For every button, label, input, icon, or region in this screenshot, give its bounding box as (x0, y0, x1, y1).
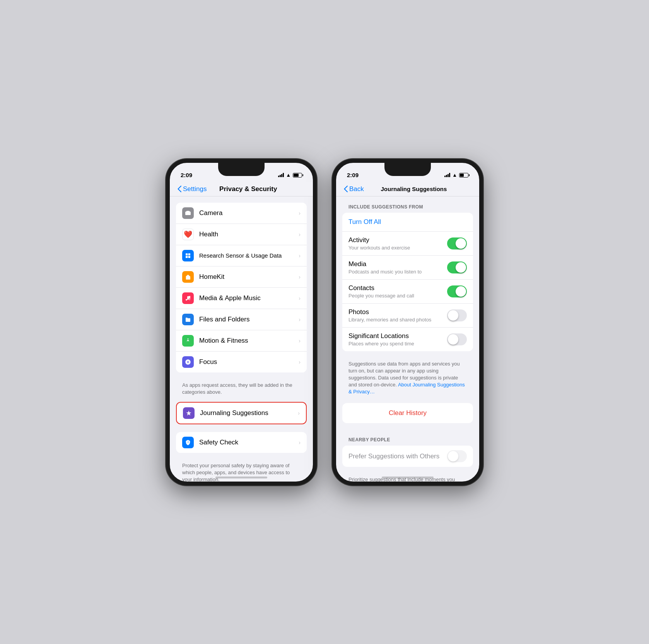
camera-icon (182, 207, 194, 219)
nearby-group: Prefer Suggestions with Others (342, 446, 473, 467)
motion-icon (182, 335, 194, 347)
list-item-motion[interactable]: Motion & Fitness › (176, 330, 307, 352)
notch (218, 163, 265, 176)
photos-title: Photos (348, 308, 447, 316)
list-item-homekit[interactable]: HomeKit › (176, 266, 307, 288)
chevron-icon: › (299, 253, 301, 259)
toggle-row-significant: Significant Locations Places where you s… (342, 328, 473, 351)
prefer-text: Prefer Suggestions with Others (348, 453, 447, 460)
toggle-row-photos: Photos Library, memories and shared phot… (342, 304, 473, 328)
chevron-icon: › (299, 274, 301, 280)
prefer-title: Prefer Suggestions with Others (348, 453, 447, 460)
home-indicator-right (382, 477, 434, 478)
list-item-safety[interactable]: Safety Check › (176, 432, 307, 453)
clear-history-item[interactable]: Clear History (342, 403, 473, 423)
safety-icon (182, 437, 194, 448)
svg-point-5 (188, 442, 189, 442)
toggle-row-media: Media Podcasts and music you listen to (342, 256, 473, 280)
left-screen: Settings Privacy & Security Camera › ❤️ … (170, 182, 313, 482)
back-label-right: Back (349, 185, 364, 193)
activity-subtitle: Your workouts and exercise (348, 245, 447, 251)
battery-icon (293, 173, 302, 178)
back-label-left: Settings (183, 185, 207, 193)
turn-off-all-label: Turn Off All (348, 218, 381, 226)
contacts-subtitle: People you message and call (348, 293, 447, 299)
toggle-row-prefer: Prefer Suggestions with Others (342, 446, 473, 467)
contacts-toggle[interactable] (447, 285, 467, 297)
chevron-icon: › (299, 338, 301, 344)
left-phone: 2:09 ▲ Settings Privacy & Security (166, 159, 317, 485)
chevron-icon: › (299, 231, 301, 237)
privacy-link[interactable]: About Journaling Suggestions & Privacy… (348, 382, 465, 395)
back-button-left[interactable]: Settings (178, 185, 207, 193)
toggles-group: Turn Off All Activity Your workouts and … (342, 213, 473, 351)
list-item-journaling[interactable]: Journaling Suggestions › (177, 403, 306, 424)
list-item-camera[interactable]: Camera › (176, 203, 307, 224)
files-label: Files and Folders (199, 316, 299, 323)
svg-point-4 (188, 338, 189, 340)
files-icon (182, 314, 194, 325)
contacts-title: Contacts (348, 284, 447, 292)
right-screen: Back Journaling Suggestions INCLUDE SUGG… (336, 182, 479, 482)
main-list-group: Camera › ❤️ Health › Research Sensor & U… (176, 203, 307, 372)
media-label: Media & Apple Music (199, 294, 299, 302)
homekit-icon (182, 271, 194, 283)
significant-toggle[interactable] (447, 333, 467, 345)
nav-header-right: Back Journaling Suggestions (336, 182, 479, 196)
camera-label: Camera (199, 209, 299, 217)
chevron-icon: › (298, 410, 300, 416)
toggle-row-contacts: Contacts People you message and call (342, 280, 473, 304)
home-indicator (215, 477, 267, 478)
photos-toggle[interactable] (447, 309, 467, 321)
turn-off-all-item[interactable]: Turn Off All (342, 213, 473, 232)
back-button-right[interactable]: Back (344, 185, 364, 193)
status-icons-right: ▲ (444, 172, 468, 178)
research-icon (182, 250, 194, 261)
activity-toggle[interactable] (447, 237, 467, 249)
chevron-icon: › (299, 210, 301, 216)
nav-header-left: Settings Privacy & Security (170, 182, 313, 196)
list-item-media[interactable]: Media & Apple Music › (176, 288, 307, 309)
photos-text: Photos Library, memories and shared phot… (348, 308, 447, 323)
privacy-note: Suggestions use data from apps and servi… (336, 357, 479, 397)
photos-subtitle: Library, memories and shared photos (348, 317, 447, 323)
toggle-row-activity: Activity Your workouts and exercise (342, 232, 473, 256)
focus-label: Focus (199, 358, 299, 366)
chevron-icon: › (299, 316, 301, 323)
signal-icon-right (444, 173, 450, 177)
significant-text: Significant Locations Places where you s… (348, 332, 447, 347)
list-item-focus[interactable]: Focus › (176, 352, 307, 372)
notch (384, 163, 431, 176)
focus-icon (182, 356, 194, 368)
safety-group: Safety Check › (176, 432, 307, 453)
battery-icon-right (459, 173, 468, 178)
motion-label: Motion & Fitness (199, 337, 299, 345)
safety-label: Safety Check (199, 439, 299, 446)
activity-title: Activity (348, 236, 447, 244)
prefer-toggle[interactable] (447, 450, 467, 462)
health-icon: ❤️ (182, 229, 194, 240)
contacts-text: Contacts People you message and call (348, 284, 447, 299)
time-right: 2:09 (347, 172, 359, 178)
list-footer: As apps request access, they will be add… (170, 379, 313, 397)
health-label: Health (199, 231, 299, 238)
journaling-label: Journaling Suggestions (200, 409, 298, 417)
page-title-right: Journaling Suggestions (364, 186, 464, 192)
list-item-health[interactable]: ❤️ Health › (176, 224, 307, 245)
homekit-label: HomeKit (199, 273, 299, 281)
journaling-item-highlighted[interactable]: Journaling Suggestions › (176, 402, 307, 424)
media-toggle[interactable] (447, 261, 467, 273)
media-subtitle: Podcasts and music you listen to (348, 269, 447, 275)
nearby-header: NEARBY PEOPLE (336, 429, 479, 446)
media-title: Media (348, 260, 447, 268)
chevron-icon: › (299, 359, 301, 365)
list-item-research[interactable]: Research Sensor & Usage Data › (176, 245, 307, 266)
svg-rect-3 (188, 256, 190, 258)
activity-text: Activity Your workouts and exercise (348, 236, 447, 251)
time-left: 2:09 (181, 172, 192, 178)
media-text: Media Podcasts and music you listen to (348, 260, 447, 275)
list-item-files[interactable]: Files and Folders › (176, 309, 307, 330)
page-title-left: Privacy & Security (207, 185, 290, 193)
svg-rect-2 (186, 256, 188, 258)
research-label: Research Sensor & Usage Data (199, 252, 299, 259)
